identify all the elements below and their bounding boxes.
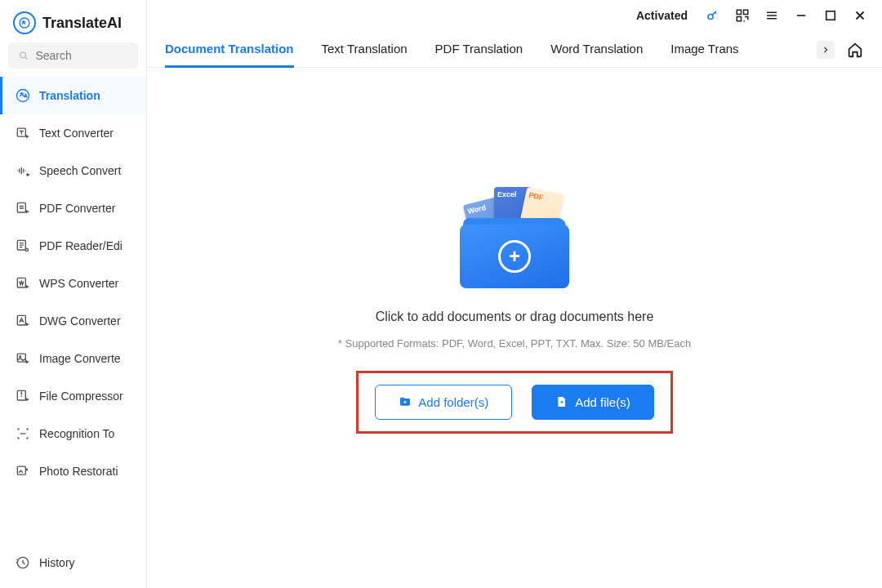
sidebar-item-label: File Compressor — [39, 390, 123, 403]
svg-point-1 — [20, 52, 26, 58]
pdf-reader-icon — [15, 238, 31, 254]
sidebar-item-text-converter[interactable]: Text Converter — [0, 114, 146, 152]
sidebar-item-label: Image Converte — [39, 352, 121, 365]
dropzone-hint: Click to add documents or drag documents… — [376, 310, 654, 324]
add-folder-button[interactable]: Add folder(s) — [375, 385, 512, 420]
search-icon — [18, 49, 29, 62]
sidebar-item-label: Translation — [39, 89, 100, 102]
sidebar-item-dwg-converter[interactable]: DWG Converter — [0, 302, 146, 340]
sidebar-item-label: Text Converter — [39, 127, 114, 140]
sidebar: TranslateAI Translation Text Converter S… — [0, 0, 147, 588]
recognition-icon — [15, 425, 31, 442]
add-file-button[interactable]: Add file(s) — [532, 385, 654, 420]
sidebar-nav: Translation Text Converter Speech Conver… — [0, 77, 146, 588]
search-field[interactable] — [35, 49, 128, 62]
sidebar-item-label: PDF Reader/Edi — [39, 239, 122, 252]
sidebar-item-label: Photo Restorati — [39, 465, 118, 478]
highlighted-button-row: Add folder(s) Add file(s) — [356, 371, 672, 434]
add-file-label: Add file(s) — [575, 395, 630, 409]
sidebar-item-photo-restoration[interactable]: Photo Restorati — [0, 452, 146, 490]
sidebar-item-label: DWG Converter — [39, 314, 121, 327]
photo-restoration-icon — [15, 463, 31, 479]
tab-image-translation[interactable]: Image Trans — [670, 42, 738, 67]
svg-rect-8 — [17, 315, 25, 325]
home-icon — [846, 41, 864, 59]
svg-point-14 — [708, 15, 713, 20]
sidebar-item-label: Speech Convert — [39, 164, 121, 177]
sidebar-item-wps-converter[interactable]: WPS Converter — [0, 265, 146, 302]
sidebar-item-file-compressor[interactable]: File Compressor — [0, 377, 146, 415]
svg-point-10 — [20, 356, 21, 358]
sidebar-item-label: Recognition To — [39, 427, 114, 440]
svg-rect-16 — [744, 10, 748, 14]
speech-convert-icon — [15, 163, 31, 179]
svg-rect-18 — [826, 11, 835, 20]
menu-icon[interactable] — [764, 8, 779, 23]
app-name: TranslateAI — [42, 15, 122, 32]
image-converter-icon — [15, 350, 31, 367]
folder-illustration: Word Excel PDF + — [453, 182, 576, 296]
tab-document-translation[interactable]: Document Translation — [165, 42, 294, 67]
minimize-icon[interactable] — [794, 8, 808, 23]
folder-plus-icon — [399, 395, 412, 408]
dropzone[interactable]: Word Excel PDF + Click to add documents … — [147, 68, 882, 588]
svg-rect-4 — [17, 203, 25, 212]
tabs: Document Translation Text Translation PD… — [147, 28, 882, 68]
sidebar-item-speech-convert[interactable]: Speech Convert — [0, 152, 146, 189]
history-icon — [15, 555, 31, 571]
maximize-icon[interactable] — [823, 8, 838, 23]
activated-label: Activated — [636, 9, 688, 22]
sidebar-item-pdf-reader[interactable]: PDF Reader/Edi — [0, 227, 146, 265]
svg-rect-17 — [737, 17, 741, 21]
text-converter-icon — [15, 125, 31, 141]
app-logo: TranslateAI — [0, 0, 146, 42]
tab-text-translation[interactable]: Text Translation — [322, 42, 408, 67]
sidebar-item-label: WPS Converter — [39, 277, 118, 290]
plus-icon: + — [498, 240, 531, 273]
sidebar-item-pdf-converter[interactable]: PDF Converter — [0, 189, 146, 227]
dropzone-subhint: * Supported Formats: PDF, Word, Excel, P… — [338, 337, 691, 350]
sidebar-item-translation[interactable]: Translation — [0, 77, 146, 114]
tab-word-translation[interactable]: Word Translation — [550, 42, 643, 67]
add-folder-label: Add folder(s) — [418, 395, 488, 409]
svg-rect-9 — [17, 354, 25, 362]
tabs-scroll-right[interactable] — [817, 41, 835, 59]
svg-point-6 — [25, 248, 28, 251]
svg-rect-15 — [737, 10, 741, 14]
key-icon[interactable] — [706, 8, 720, 23]
pdf-converter-icon — [15, 200, 31, 216]
sidebar-item-image-converter[interactable]: Image Converte — [0, 340, 146, 377]
qr-icon[interactable] — [735, 8, 750, 23]
close-icon[interactable] — [853, 8, 867, 23]
chevron-right-icon — [821, 45, 831, 55]
sidebar-item-recognition[interactable]: Recognition To — [0, 415, 146, 452]
titlebar: Activated — [147, 0, 882, 28]
tab-pdf-translation[interactable]: PDF Translation — [435, 42, 523, 67]
search-input[interactable] — [8, 42, 138, 69]
sidebar-item-label: History — [39, 556, 75, 569]
sidebar-item-history[interactable]: History — [0, 544, 146, 581]
main-panel: Activated Document Translation Text Tran… — [147, 0, 882, 588]
home-button[interactable] — [846, 41, 864, 59]
translation-icon — [15, 87, 31, 104]
file-compressor-icon — [15, 388, 31, 404]
sidebar-item-label: PDF Converter — [39, 202, 115, 215]
dwg-converter-icon — [15, 313, 31, 329]
wps-converter-icon — [15, 275, 31, 292]
file-plus-icon — [555, 395, 568, 408]
logo-icon — [13, 11, 36, 34]
